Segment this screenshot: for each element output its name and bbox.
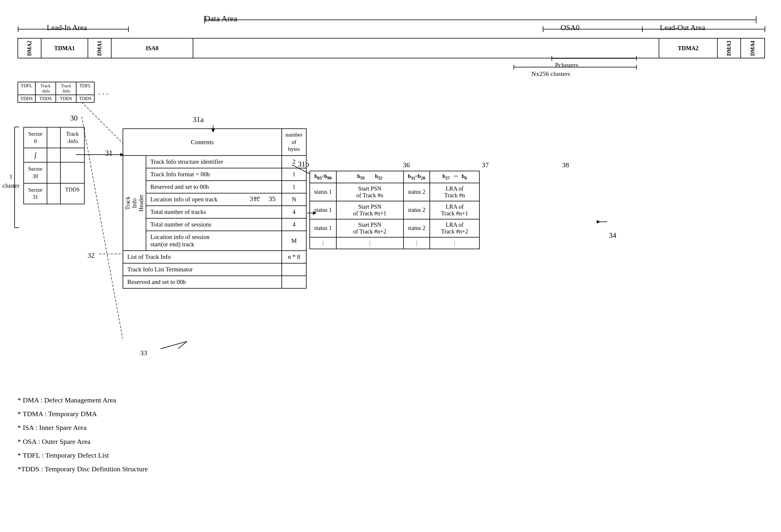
strip-empty <box>193 39 659 58</box>
svg-marker-29 <box>597 220 600 224</box>
row-bytes-empty2 <box>282 276 306 288</box>
label-31c: 31c <box>250 195 260 203</box>
row-dots-4: ⋮ <box>430 237 480 249</box>
row3-start-psn: Start PSNof Track #n+2 <box>336 219 404 237</box>
strip-dma2: DMA2 <box>18 39 41 58</box>
row-location-session: Location info of sessionstart(or end) tr… <box>146 231 282 251</box>
legend-tdma: * TDMA : Temporary DMA <box>17 408 148 420</box>
label-pclusters: Pclusters <box>555 61 578 69</box>
row-dots-1: ⋮ <box>310 237 336 249</box>
svg-line-18 <box>82 102 123 143</box>
row2-start-psn: Start PSNof Track #n+1 <box>336 201 404 219</box>
label-38: 38 <box>562 161 569 169</box>
strip-dma1: DMA1 <box>88 39 112 58</box>
row1-start-psn: Start PSNof Track #n <box>336 183 404 201</box>
legend-dma: * DMA : Defect Management Area <box>17 394 148 406</box>
legend-osa: * OSA : Outer Spare Area <box>17 435 148 448</box>
main-strip: DMA2 TDMA1 DMA1 ISA0 TDMA2 DMA3 DMA4 <box>17 38 765 58</box>
strip-dma3: DMA3 <box>717 39 741 58</box>
label-34: 34 <box>609 231 616 240</box>
label-lead-in: Lead-In Area <box>47 24 87 32</box>
row-structure-identifier: Track Info structure identifier <box>146 156 282 168</box>
row-bytes-4a: 4 <box>282 206 306 218</box>
label-31b: 31b <box>298 160 309 169</box>
svg-line-31 <box>178 342 187 349</box>
row-total-tracks: Total number of tracks <box>146 206 282 218</box>
legend: * DMA : Defect Management Area * TDMA : … <box>17 394 148 477</box>
strip-tdma2: TDMA2 <box>659 39 717 58</box>
row3-status2: status 2 <box>404 219 430 237</box>
row-dots-2: ⋮ <box>336 237 404 249</box>
small-struct: TDFL Track-Info Track-Info TDFL TDDS TDD… <box>17 82 112 103</box>
right-table-header-b27: b27 ··· b0 <box>430 171 480 183</box>
row2-lra: LRA ofTrack #n+1 <box>430 201 480 219</box>
label-35: 35 <box>269 195 276 203</box>
row-bytes-n8: n * 8 <box>282 251 306 263</box>
label-lead-out: Lead-Out Area <box>660 24 705 32</box>
right-table-header-b31: b31··b28 <box>404 171 430 183</box>
label-nx256: Nx256 clusters <box>531 70 570 78</box>
svg-line-19 <box>82 117 123 339</box>
label-37: 37 <box>482 161 489 169</box>
label-30: 30 <box>70 114 78 123</box>
main-table: Contents numberof bytes TrackInfoHeader … <box>123 128 306 289</box>
dots-cell: . . . <box>94 82 112 103</box>
row-total-sessions: Total number of sessions <box>146 218 282 231</box>
row-dots-3: ⋮ <box>404 237 430 249</box>
row-terminator: Track Info List Terminator <box>123 263 282 276</box>
row-bytes-empty1 <box>282 263 306 276</box>
row1-status2: status 2 <box>404 183 430 201</box>
row2-status2: status 2 <box>404 201 430 219</box>
label-33: 33 <box>140 349 147 357</box>
strip-isa0: ISA0 <box>112 39 193 58</box>
row-reserved1: Reserved and set to 00h <box>146 181 282 193</box>
row-bytes-1b: 1 <box>282 181 306 193</box>
row3-status1: status 1 <box>310 219 336 237</box>
label-data-area: Data Area <box>204 14 237 24</box>
diagram-container: Data Area Lead-In Area OSA0 Lead-Out Are… <box>0 0 781 532</box>
row1-lra: LRA ofTrack #n <box>430 183 480 201</box>
strip-tdma1: TDMA1 <box>41 39 88 58</box>
label-31a: 31a <box>193 115 204 124</box>
row-bytes-m: M <box>282 231 306 251</box>
legend-tdfl: * TDFL : Temporary Defect List <box>17 449 148 462</box>
row-bytes-4b: 4 <box>282 218 306 231</box>
row-reserved2: Reserved and set to 00h <box>123 276 282 288</box>
label-osao: OSA0 <box>561 24 580 32</box>
table-header-contents: Contents <box>123 129 282 156</box>
row2-status1: status 1 <box>310 201 336 219</box>
legend-isa: * ISA : Inner Spare Area <box>17 422 148 434</box>
row-location-open: Location info of open track <box>146 193 282 206</box>
cluster-box: Sector0 Track-Info ∫ Sector30 Sector31 T… <box>24 127 85 204</box>
right-table: b83··b80 b59 b32 b31··b28 b27 ··· b0 sta… <box>310 171 480 249</box>
track-info-header-group: TrackInfoHeader <box>123 156 146 251</box>
strip-dma4: DMA4 <box>741 39 764 58</box>
label-36: 36 <box>403 161 410 169</box>
row-bytes-1a: 1 <box>282 168 306 181</box>
svg-line-30 <box>161 342 187 349</box>
label-32: 32 <box>88 252 94 259</box>
table-header-bytes: numberof bytes <box>282 129 306 156</box>
label-31: 31 <box>105 149 113 158</box>
row-bytes-n: N <box>282 193 306 206</box>
legend-tdds: *TDDS : Temporary Disc Definition Struct… <box>17 463 148 475</box>
right-table-header-b59: b59 b32 <box>336 171 404 183</box>
row1-status1: status 1 <box>310 183 336 201</box>
row3-lra: LRA ofTrack #n+2 <box>430 219 480 237</box>
right-table-header-b83: b83··b80 <box>310 171 336 183</box>
label-1-cluster: 1cluster <box>2 172 19 190</box>
row-list-track-info: List of Track Info <box>123 251 282 263</box>
row-format: Track Info format = 00h <box>146 168 282 181</box>
